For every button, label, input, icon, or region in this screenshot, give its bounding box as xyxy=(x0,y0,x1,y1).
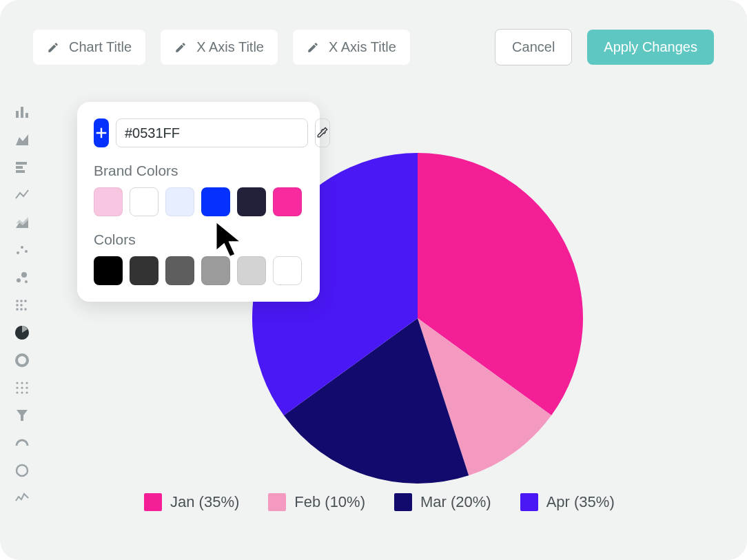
legend-label: Feb (10%) xyxy=(294,493,365,511)
color-swatch-5[interactable] xyxy=(273,256,302,285)
pencil-icon xyxy=(307,41,319,54)
svg-rect-1 xyxy=(21,107,23,118)
funnel-rail-item[interactable] xyxy=(13,406,31,424)
scatter-rail-item[interactable] xyxy=(13,241,31,259)
colors-row xyxy=(94,256,303,285)
grid-chart-rail-item[interactable] xyxy=(13,379,31,397)
eyedropper-icon xyxy=(316,126,329,140)
svg-point-10 xyxy=(21,272,27,278)
brand-color-swatch-0[interactable] xyxy=(94,187,123,216)
legend-item-feb[interactable]: Feb (10%) xyxy=(268,493,365,511)
area-chart-rail-item[interactable] xyxy=(13,131,31,149)
color-swatch-3[interactable] xyxy=(201,256,230,285)
y-axis-title-input[interactable]: X Axis Title xyxy=(293,30,410,65)
chart-title-input[interactable]: Chart Title xyxy=(33,30,145,65)
funnel-icon xyxy=(14,407,30,424)
svg-point-11 xyxy=(25,280,28,283)
scatter-icon xyxy=(14,242,30,258)
color-swatch-0[interactable] xyxy=(94,256,123,285)
svg-point-16 xyxy=(20,304,23,307)
legend-swatch xyxy=(520,493,538,511)
x-axis-title-input[interactable]: X Axis Title xyxy=(161,30,278,65)
app-frame: Chart Title X Axis Title X Axis Title Ca… xyxy=(0,0,747,560)
gauge-rail-item[interactable] xyxy=(13,434,31,452)
donut-chart-icon xyxy=(14,352,30,369)
svg-point-19 xyxy=(24,308,27,311)
cancel-button[interactable]: Cancel xyxy=(495,29,572,65)
colors-label: Colors xyxy=(94,231,303,248)
brand-color-swatch-5[interactable] xyxy=(273,187,302,216)
svg-point-25 xyxy=(21,386,23,388)
legend-label: Mar (20%) xyxy=(420,493,491,511)
brand-color-swatch-2[interactable] xyxy=(165,187,194,216)
spark-rail-item[interactable] xyxy=(13,489,31,507)
horizontal-bar-rail-item[interactable] xyxy=(13,158,31,176)
color-swatch-2[interactable] xyxy=(165,256,194,285)
ring-icon xyxy=(14,462,30,479)
svg-point-29 xyxy=(25,391,28,393)
svg-point-13 xyxy=(20,300,23,302)
svg-point-8 xyxy=(25,250,28,253)
bar-chart-rail-item[interactable] xyxy=(13,103,31,121)
dot-plot-rail-item[interactable] xyxy=(13,296,31,314)
svg-point-27 xyxy=(16,391,18,393)
pencil-icon xyxy=(47,41,59,54)
hex-input[interactable] xyxy=(116,118,308,147)
legend-swatch xyxy=(144,493,162,511)
line-chart-icon xyxy=(14,187,30,203)
add-color-button[interactable] xyxy=(94,118,109,147)
svg-rect-2 xyxy=(25,113,28,118)
apply-button[interactable]: Apply Changes xyxy=(587,30,714,65)
chart-type-rail xyxy=(7,103,37,507)
svg-point-23 xyxy=(25,382,28,384)
dot-plot-icon xyxy=(14,297,30,313)
legend-item-mar[interactable]: Mar (20%) xyxy=(394,493,491,511)
svg-point-21 xyxy=(16,382,18,384)
toolbar: Chart Title X Axis Title X Axis Title Ca… xyxy=(33,29,714,65)
svg-point-7 xyxy=(21,246,23,249)
brand-colors-label: Brand Colors xyxy=(94,163,303,179)
legend-label: Apr (35%) xyxy=(546,493,615,511)
stacked-area-icon xyxy=(14,214,30,231)
legend-swatch xyxy=(268,493,286,511)
eyedropper-button[interactable] xyxy=(315,118,330,147)
brand-color-swatch-3[interactable] xyxy=(201,187,230,216)
svg-point-14 xyxy=(24,300,27,302)
svg-point-15 xyxy=(16,304,19,307)
color-swatch-1[interactable] xyxy=(130,256,158,285)
brand-color-swatch-4[interactable] xyxy=(237,187,266,216)
svg-point-30 xyxy=(17,465,28,476)
svg-point-12 xyxy=(16,300,19,302)
area-chart-icon xyxy=(14,132,30,148)
bar-chart-icon xyxy=(14,104,30,121)
bubble-rail-item[interactable] xyxy=(13,269,31,287)
legend-item-jan[interactable]: Jan (35%) xyxy=(144,493,239,511)
svg-point-28 xyxy=(21,391,23,393)
svg-rect-0 xyxy=(16,111,19,118)
color-swatch-4[interactable] xyxy=(237,256,266,285)
legend-swatch xyxy=(394,493,412,511)
line-chart-rail-item[interactable] xyxy=(13,186,31,204)
svg-rect-4 xyxy=(16,166,23,169)
svg-point-24 xyxy=(16,386,18,388)
pie-chart-icon xyxy=(14,324,30,341)
pie-chart-rail-item[interactable] xyxy=(13,324,31,342)
ring-rail-item[interactable] xyxy=(13,462,31,479)
donut-chart-rail-item[interactable] xyxy=(13,351,31,369)
spark-icon xyxy=(14,490,30,506)
stacked-area-rail-item[interactable] xyxy=(13,214,31,231)
legend-label: Jan (35%) xyxy=(170,493,239,511)
svg-rect-5 xyxy=(16,170,25,173)
svg-point-9 xyxy=(17,278,21,282)
svg-point-18 xyxy=(20,308,23,311)
svg-point-6 xyxy=(17,251,19,254)
x-axis-title-placeholder: X Axis Title xyxy=(196,39,264,55)
brand-color-swatch-1[interactable] xyxy=(130,187,158,216)
pencil-icon xyxy=(174,41,187,54)
bubble-icon xyxy=(14,269,30,286)
y-axis-title-placeholder: X Axis Title xyxy=(329,39,396,55)
brand-colors-row xyxy=(94,187,303,216)
legend-item-apr[interactable]: Apr (35%) xyxy=(520,493,615,511)
svg-point-26 xyxy=(25,386,28,388)
horizontal-bar-icon xyxy=(14,159,30,176)
